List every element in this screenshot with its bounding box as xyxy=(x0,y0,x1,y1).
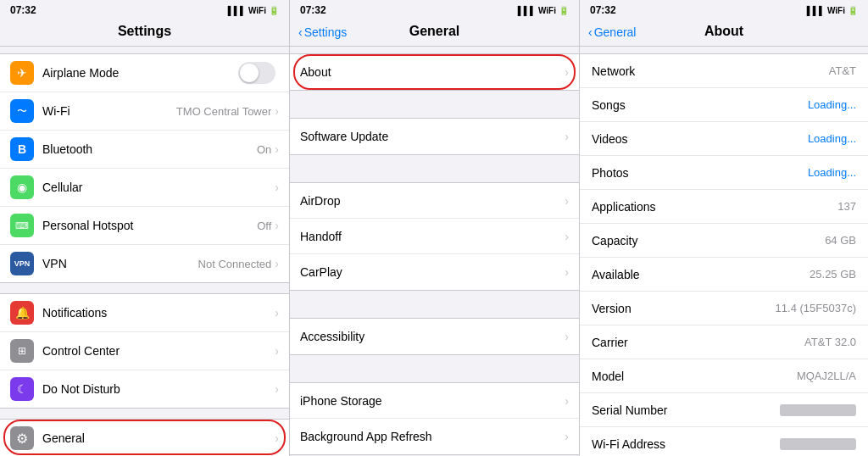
wifi-icon-row: 〜 xyxy=(10,99,34,123)
status-bar-1: 07:32 ▌▌▌ WiFi 🔋 xyxy=(0,0,289,19)
nav-bar-1: Settings xyxy=(0,19,289,47)
serial-label: Serial Number xyxy=(592,403,780,417)
row-photos[interactable]: Photos Loading... xyxy=(580,156,868,190)
row-notifications[interactable]: 🔔 Notifications › xyxy=(0,294,289,332)
iphone-storage-chevron: › xyxy=(565,394,569,408)
battery-icon-3: 🔋 xyxy=(848,6,858,15)
spacer-3 xyxy=(290,291,579,311)
spacer-2 xyxy=(290,155,579,175)
row-capacity[interactable]: Capacity 64 GB xyxy=(580,224,868,258)
wifi-label: Wi-Fi xyxy=(42,104,176,118)
network-value: AT&T xyxy=(829,64,856,77)
handoff-label: Handoff xyxy=(300,230,565,243)
spacer-4 xyxy=(290,355,579,375)
row-network[interactable]: Network AT&T xyxy=(580,54,868,88)
wifi-address-label: Wi-Fi Address xyxy=(592,437,780,451)
wifi-value: TMO Central Tower xyxy=(176,105,271,118)
row-cellular[interactable]: ◉ Cellular › xyxy=(0,169,289,207)
settings-list-1[interactable]: ✈ Airplane Mode 〜 Wi-Fi TMO Central Towe… xyxy=(0,47,289,456)
background-refresh-label: Background App Refresh xyxy=(300,430,565,443)
vpn-value: Not Connected xyxy=(198,258,272,270)
row-dnd[interactable]: ☾ Do Not Disturb › xyxy=(0,370,289,408)
handoff-chevron: › xyxy=(565,230,569,243)
notifications-chevron: › xyxy=(275,306,279,320)
row-bluetooth[interactable]: B Bluetooth On › xyxy=(0,131,289,169)
page-title-3: About xyxy=(704,24,743,38)
section-about-details: Network AT&T Songs Loading... Videos Loa… xyxy=(580,53,868,456)
row-vpn[interactable]: VPN VPN Not Connected › xyxy=(0,245,289,282)
videos-value: Loading... xyxy=(808,132,856,145)
version-label: Version xyxy=(592,302,776,315)
signal-icon-3: ▌▌▌ xyxy=(807,6,825,15)
row-applications[interactable]: Applications 137 xyxy=(580,190,868,224)
section-about: About › xyxy=(290,53,579,91)
capacity-value: 64 GB xyxy=(825,234,856,247)
general-list[interactable]: About › Software Update › AirDrop › Hand… xyxy=(290,47,579,456)
row-model[interactable]: Model MQAJ2LL/A xyxy=(580,359,868,393)
row-about[interactable]: About › xyxy=(290,54,579,90)
back-label-3: General xyxy=(594,25,637,39)
battery-icon: 🔋 xyxy=(269,6,279,15)
row-wifi-address[interactable]: Wi-Fi Address xyxy=(580,427,868,456)
row-software-update[interactable]: Software Update › xyxy=(290,119,579,154)
back-chevron-3: ‹ xyxy=(588,25,593,39)
vpn-chevron: › xyxy=(275,257,279,270)
wifi-status-3: WiFi xyxy=(827,6,845,15)
section-airdrop: AirDrop › Handoff › CarPlay › xyxy=(290,182,579,291)
row-iphone-storage[interactable]: iPhone Storage › xyxy=(290,383,579,419)
row-handoff[interactable]: Handoff › xyxy=(290,219,579,254)
version-value: 11.4 (15F5037c) xyxy=(776,302,856,314)
capacity-label: Capacity xyxy=(592,234,825,247)
carrier-value: AT&T 32.0 xyxy=(804,336,856,348)
model-label: Model xyxy=(592,370,797,383)
row-airplane[interactable]: ✈ Airplane Mode xyxy=(0,54,289,92)
notifications-label: Notifications xyxy=(42,306,275,320)
vpn-label: VPN xyxy=(42,257,198,270)
wifi-chevron: › xyxy=(275,104,279,118)
back-label-2: Settings xyxy=(304,25,348,39)
signal-icon-2: ▌▌▌ xyxy=(518,6,536,15)
applications-value: 137 xyxy=(837,200,856,213)
cellular-icon: ◉ xyxy=(10,175,34,199)
back-button-3[interactable]: ‹ General xyxy=(588,25,636,39)
about-chevron: › xyxy=(565,65,569,79)
carplay-chevron: › xyxy=(565,265,569,279)
hotspot-icon: ⌨ xyxy=(10,214,34,237)
model-value: MQAJ2LL/A xyxy=(797,370,856,382)
row-general[interactable]: ⚙ General › xyxy=(0,420,289,456)
row-carrier[interactable]: Carrier AT&T 32.0 xyxy=(580,325,868,359)
songs-value: Loading... xyxy=(808,98,856,111)
back-button-2[interactable]: ‹ Settings xyxy=(298,25,347,39)
row-control-center[interactable]: ⊞ Control Center › xyxy=(0,332,289,370)
airplane-toggle[interactable] xyxy=(238,62,275,84)
bluetooth-icon-row: B xyxy=(10,137,34,161)
row-available[interactable]: Available 25.25 GB xyxy=(580,258,868,292)
status-bar-3: 07:32 ▌▌▌ WiFi 🔋 xyxy=(580,0,868,19)
signal-icon: ▌▌▌ xyxy=(228,6,246,15)
row-carplay[interactable]: CarPlay › xyxy=(290,254,579,290)
bluetooth-label: Bluetooth xyxy=(42,142,257,156)
row-videos[interactable]: Videos Loading... xyxy=(580,122,868,156)
row-version[interactable]: Version 11.4 (15F5037c) xyxy=(580,292,868,325)
panel-general: 07:32 ▌▌▌ WiFi 🔋 ‹ Settings General Abou… xyxy=(290,0,580,456)
carplay-label: CarPlay xyxy=(300,265,565,279)
control-center-label: Control Center xyxy=(42,344,275,358)
row-wifi[interactable]: 〜 Wi-Fi TMO Central Tower › xyxy=(0,92,289,131)
about-list[interactable]: Network AT&T Songs Loading... Videos Loa… xyxy=(580,47,868,456)
row-airdrop[interactable]: AirDrop › xyxy=(290,183,579,219)
row-background-refresh[interactable]: Background App Refresh › xyxy=(290,419,579,454)
hotspot-label: Personal Hotspot xyxy=(42,219,257,232)
photos-label: Photos xyxy=(592,166,808,180)
row-serial[interactable]: Serial Number xyxy=(580,393,868,427)
row-hotspot[interactable]: ⌨ Personal Hotspot Off › xyxy=(0,207,289,245)
background-refresh-chevron: › xyxy=(565,430,569,443)
control-center-icon: ⊞ xyxy=(10,339,34,363)
section-group-general: ⚙ General › AA Display & Brightness › 🖼 … xyxy=(0,419,289,456)
row-accessibility[interactable]: Accessibility › xyxy=(290,319,579,354)
time-1: 07:32 xyxy=(10,4,36,16)
row-songs[interactable]: Songs Loading... xyxy=(580,88,868,122)
serial-value xyxy=(780,404,856,416)
dnd-chevron: › xyxy=(275,382,279,396)
time-2: 07:32 xyxy=(300,4,326,16)
nav-bar-2: ‹ Settings General xyxy=(290,19,579,47)
